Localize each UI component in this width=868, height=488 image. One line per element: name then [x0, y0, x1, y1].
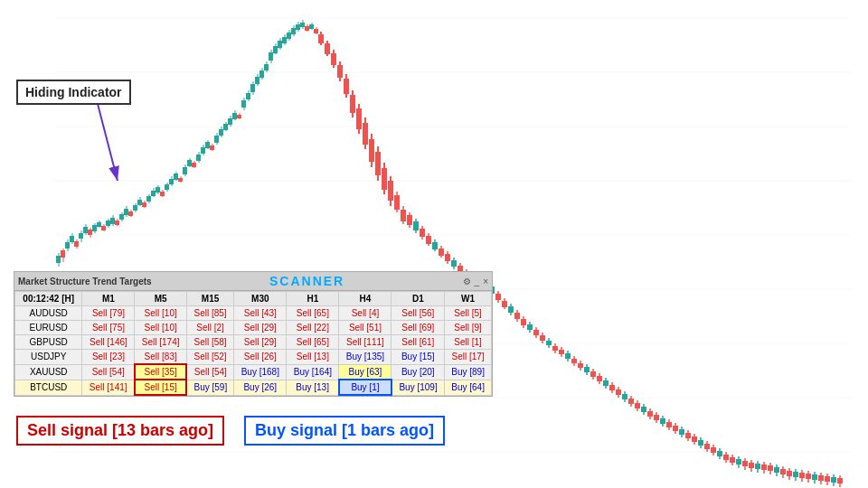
svg-rect-101	[259, 70, 264, 78]
table-cell: Buy [15]	[392, 350, 445, 365]
svg-rect-33	[106, 221, 110, 226]
buy-signal-label: Buy signal [1 bars ago]	[244, 416, 445, 446]
svg-rect-261	[742, 461, 748, 466]
svg-rect-31	[101, 226, 106, 230]
table-cell: Sell [4]	[339, 306, 392, 321]
svg-rect-273	[780, 469, 786, 474]
table-cell: Sell [79]	[82, 306, 135, 321]
table-cell: EURUSD	[15, 321, 82, 335]
svg-rect-27	[92, 225, 97, 231]
svg-rect-207	[571, 359, 577, 363]
table-cell: Sell [10]	[135, 306, 186, 321]
svg-rect-213	[590, 371, 596, 377]
svg-rect-139	[356, 108, 362, 129]
svg-rect-39	[119, 214, 124, 220]
svg-rect-281	[806, 474, 811, 479]
svg-rect-57	[160, 192, 165, 196]
svg-rect-245	[692, 436, 697, 442]
svg-rect-155	[407, 215, 412, 225]
svg-rect-253	[717, 451, 722, 456]
table-cell: Buy [109]	[392, 380, 445, 395]
col-w1: W1	[445, 292, 492, 306]
svg-rect-147	[382, 168, 387, 190]
table-cell: Sell [56]	[392, 306, 445, 321]
svg-rect-55	[156, 187, 160, 192]
table-cell: Sell [35]	[135, 364, 186, 380]
svg-rect-51	[146, 196, 151, 202]
table-cell: Sell [1]	[445, 335, 492, 350]
svg-rect-87	[228, 118, 232, 125]
settings-icon[interactable]: ⚙	[463, 277, 471, 286]
svg-rect-13	[61, 250, 65, 258]
table-cell: Sell [54]	[82, 364, 135, 380]
svg-rect-203	[559, 350, 564, 354]
svg-rect-193	[527, 324, 533, 330]
scanner-panel: Market Structure Trend Targets SCANNER ⚙…	[14, 271, 493, 397]
svg-rect-25	[88, 230, 92, 235]
svg-rect-137	[350, 95, 355, 113]
col-m5: M5	[135, 292, 186, 306]
svg-rect-81	[214, 136, 219, 143]
svg-rect-185	[502, 301, 507, 307]
svg-rect-163	[432, 242, 438, 249]
table-cell: Sell [43]	[234, 306, 287, 321]
svg-rect-229	[641, 407, 646, 412]
svg-rect-93	[241, 100, 246, 108]
svg-rect-95	[246, 93, 250, 99]
svg-rect-169	[451, 260, 457, 267]
svg-rect-237	[666, 422, 672, 427]
svg-rect-251	[711, 447, 716, 453]
close-icon[interactable]: ×	[483, 277, 488, 286]
svg-rect-165	[439, 249, 444, 256]
svg-rect-77	[205, 142, 210, 148]
svg-rect-73	[196, 155, 201, 161]
svg-rect-271	[774, 467, 779, 473]
chart-svg	[0, 0, 868, 488]
svg-rect-43	[128, 211, 133, 216]
table-cell: Sell [61]	[392, 335, 445, 350]
svg-rect-129	[325, 43, 330, 54]
svg-rect-199	[546, 341, 552, 345]
table-cell: Sell [146]	[82, 335, 135, 350]
col-m30: M30	[234, 292, 287, 306]
table-cell: Sell [5]	[445, 306, 492, 321]
svg-rect-167	[445, 254, 450, 261]
table-cell: Sell [52]	[186, 350, 233, 365]
table-cell: Sell [75]	[82, 321, 135, 335]
svg-rect-241	[679, 429, 684, 435]
svg-rect-159	[420, 229, 425, 237]
svg-rect-211	[584, 367, 590, 372]
svg-rect-239	[673, 426, 678, 431]
table-cell: Buy [59]	[186, 380, 233, 395]
chart-area: BTCUSD, M15: Bitcoin (USD)	[0, 0, 868, 488]
svg-rect-135	[344, 79, 349, 94]
table-cell: Sell [29]	[234, 335, 287, 350]
svg-rect-37	[115, 221, 119, 225]
table-cell: Sell [111]	[339, 335, 392, 350]
svg-rect-157	[413, 221, 419, 230]
svg-rect-83	[219, 129, 223, 136]
minimize-icon[interactable]: _	[475, 277, 480, 286]
table-cell: BTCUSD	[15, 380, 82, 395]
svg-rect-105	[269, 52, 273, 61]
table-header-row: 00:12:42 [H] M1 M5 M15 M30 H1 H4 D1 W1	[15, 292, 492, 306]
svg-rect-107	[273, 46, 278, 53]
table-cell: Sell [26]	[234, 350, 287, 365]
table-row: BTCUSDSell [141]Sell [15]Buy [59]Buy [26…	[15, 380, 492, 395]
table-cell: AUDUSD	[15, 306, 82, 321]
svg-rect-133	[337, 65, 343, 78]
svg-rect-15	[65, 242, 70, 249]
svg-rect-127	[318, 34, 324, 43]
svg-rect-141	[363, 123, 368, 145]
svg-rect-215	[597, 376, 602, 381]
svg-rect-149	[388, 181, 393, 201]
svg-rect-257	[730, 457, 735, 463]
table-cell: Buy [26]	[234, 380, 287, 395]
svg-rect-41	[124, 209, 128, 215]
table-cell: Sell [85]	[186, 306, 233, 321]
svg-rect-221	[616, 389, 621, 395]
svg-rect-189	[514, 313, 520, 319]
svg-rect-91	[237, 115, 241, 118]
svg-rect-131	[331, 53, 336, 65]
svg-rect-115	[291, 28, 296, 34]
